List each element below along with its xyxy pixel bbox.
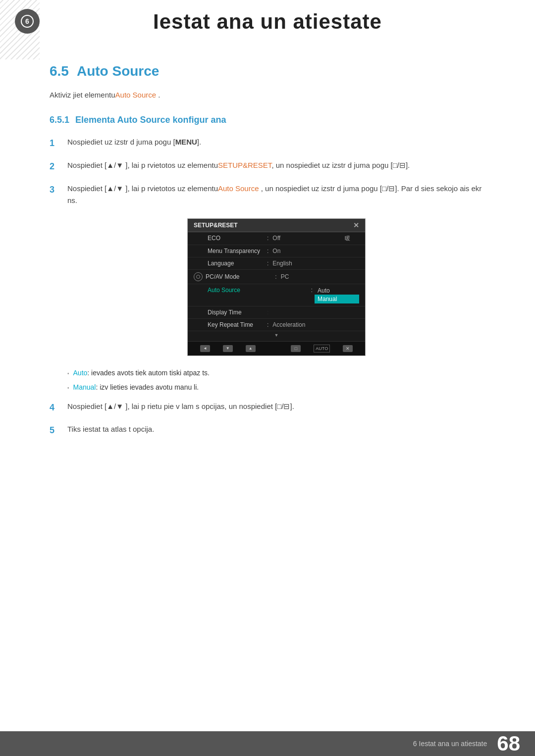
step-number-4: 4	[50, 401, 59, 415]
menu-btn-left: ◄	[200, 345, 210, 352]
svg-text:6: 6	[25, 17, 29, 25]
step-text-5: Tiks iestat ta atlas t opcija.	[67, 423, 154, 435]
menu-bottom-bar: ◄ ▼ ▲ □ AUTO ✕	[188, 341, 365, 355]
menu-screenshot-container: SETUP&RESET ✕ ECO : Off 暖 Menu Transpare…	[67, 218, 485, 356]
step-item-4: 4 Nospiediet [▲/▼ ], lai p rietu pie v l…	[50, 401, 485, 415]
menu-label-transparency: Menu Transparency	[208, 248, 267, 254]
scroll-down-indicator: ▼	[188, 331, 365, 339]
menu-icon-eco: 暖	[345, 235, 350, 242]
section-heading: 6.5 Auto Source	[50, 49, 485, 79]
step-text-3: Nospiediet [▲/▼ ], lai p rvietotos uz el…	[67, 183, 485, 206]
menu-value-eco: Off	[268, 235, 345, 242]
step-number-3: 3	[50, 183, 59, 197]
menu-btn-down-icon: ▼	[223, 345, 233, 352]
bullet-text-auto: Auto: ievades avots tiek autom tiski atp…	[73, 368, 210, 378]
menu-btn-auto: AUTO	[314, 345, 330, 353]
step-item-5: 5 Tiks iestat ta atlas t opcija.	[50, 423, 485, 438]
subsection-number: 6.5.1	[50, 115, 69, 125]
menu-label-pcav: PC/AV Mode	[206, 273, 275, 280]
main-title-section: Iestat ana un atiestate	[0, 0, 535, 49]
step-item-2: 2 Nospiediet [▲/▼ ], lai p rvietotos uz …	[50, 159, 485, 174]
menu-screenshot: SETUP&RESET ✕ ECO : Off 暖 Menu Transpare…	[187, 218, 366, 356]
bullet-item-manual: • Manual: izv lieties ievades avotu manu…	[67, 382, 485, 393]
menu-label-key-repeat: Key Repeat Time	[208, 321, 267, 328]
menu-btn-up: ▲	[246, 345, 256, 352]
menu-label-eco: ECO	[208, 235, 267, 242]
autosource-inner: Auto Source : Auto Manual	[208, 287, 359, 303]
menu-value-pcav: PC	[277, 273, 350, 280]
bullet-dot-auto: •	[67, 370, 69, 378]
steps-list-4-5: 4 Nospiediet [▲/▼ ], lai p rietu pie v l…	[50, 401, 485, 438]
menu-btn-select: □	[291, 345, 301, 352]
step-number-2: 2	[50, 159, 59, 174]
menu-btn-close: ✕	[343, 345, 353, 352]
menu-title-bar: SETUP&RESET ✕	[188, 219, 365, 232]
menu-btn-left-icon: ◄	[200, 345, 210, 352]
step-text-4: Nospiediet [▲/▼ ], lai p rietu pie v lam…	[67, 401, 294, 412]
option-manual: Manual	[315, 295, 359, 303]
page-footer: 6 Iestat ana un atiestate 68	[0, 731, 535, 756]
menu-value-transparency: On	[268, 248, 350, 254]
menu-colon-display-time: :	[267, 309, 268, 316]
menu-row-key-repeat: Key Repeat Time : Acceleration	[188, 319, 365, 331]
step-number-5: 5	[50, 423, 59, 438]
menu-btn-down: ▼	[223, 345, 233, 352]
content-area: 6.5 Auto Source Aktiviz jiet elementuAut…	[0, 49, 535, 486]
footer-chapter-text: 6 Iestat ana un atiestate	[413, 740, 487, 748]
section-number: 6.5	[50, 63, 69, 79]
menu-value-key-repeat: Acceleration	[268, 321, 350, 328]
menu-row-language: Language : English	[188, 257, 365, 270]
chapter-icon: 6	[15, 9, 40, 34]
intro-highlight: Auto Source	[115, 91, 157, 99]
menu-btn-auto-icon: AUTO	[314, 345, 330, 353]
autosource-options: Auto Manual	[315, 287, 359, 303]
manual-label: Manual	[73, 383, 96, 391]
subsection-title: Elementa Auto Source konfigur ana	[75, 115, 226, 125]
menu-label-display-time: Display Time	[208, 309, 267, 316]
auto-label: Auto	[73, 369, 88, 377]
menu-btn-close-icon: ✕	[343, 345, 353, 352]
step-text-2: Nospiediet [▲/▼ ], lai p rvietotos uz el…	[67, 159, 410, 171]
bullet-item-auto: • Auto: ievades avots tiek autom tiski a…	[67, 368, 485, 378]
option-auto: Auto	[315, 287, 359, 295]
menu-colon-autosource: :	[311, 287, 313, 294]
bullet-dot-manual: •	[67, 384, 69, 393]
bullet-text-manual: Manual: izv lieties ievades avotu manu l…	[73, 382, 199, 393]
menu-btn-up-icon: ▲	[246, 345, 256, 352]
menu-row-transparency: Menu Transparency : On	[188, 245, 365, 257]
menu-close-icon: ✕	[353, 221, 359, 229]
menu-label-autosource: Auto Source	[208, 287, 309, 294]
menu-row-pcav: PC/AV Mode : PC	[188, 270, 365, 284]
options-bullet-list: • Auto: ievades avots tiek autom tiski a…	[50, 368, 485, 393]
menu-value-language: English	[268, 260, 350, 267]
menu-label-language: Language	[208, 260, 267, 267]
menu-title-text: SETUP&RESET	[194, 222, 238, 229]
section-title: Auto Source	[77, 63, 159, 79]
menu-row-display-time: Display Time :	[188, 306, 365, 319]
page-title: Iestat ana un atiestate	[0, 10, 535, 34]
footer-page-number: 68	[497, 733, 520, 754]
gear-icon	[194, 272, 203, 281]
step-number-1: 1	[50, 136, 59, 151]
step-item-1: 1 Nospiediet uz izstr d juma pogu [MENU]…	[50, 136, 485, 151]
steps-list: 1 Nospiediet uz izstr d juma pogu [MENU]…	[50, 136, 485, 206]
menu-row-eco: ECO : Off 暖	[188, 232, 365, 245]
menu-row-autosource: Auto Source : Auto Manual	[188, 284, 365, 306]
intro-paragraph: Aktiviz jiet elementuAuto Source .	[50, 89, 485, 101]
subsection-heading: 6.5.1 Elementa Auto Source konfigur ana	[50, 115, 485, 125]
menu-btn-select-icon: □	[291, 345, 301, 352]
intro-text-before: Aktiviz jiet elementu	[50, 91, 115, 99]
step-text-1: Nospiediet uz izstr d juma pogu [MENU].	[67, 136, 201, 148]
intro-text-after: .	[156, 91, 160, 99]
step-item-3: 3 Nospiediet [▲/▼ ], lai p rvietotos uz …	[50, 183, 485, 206]
